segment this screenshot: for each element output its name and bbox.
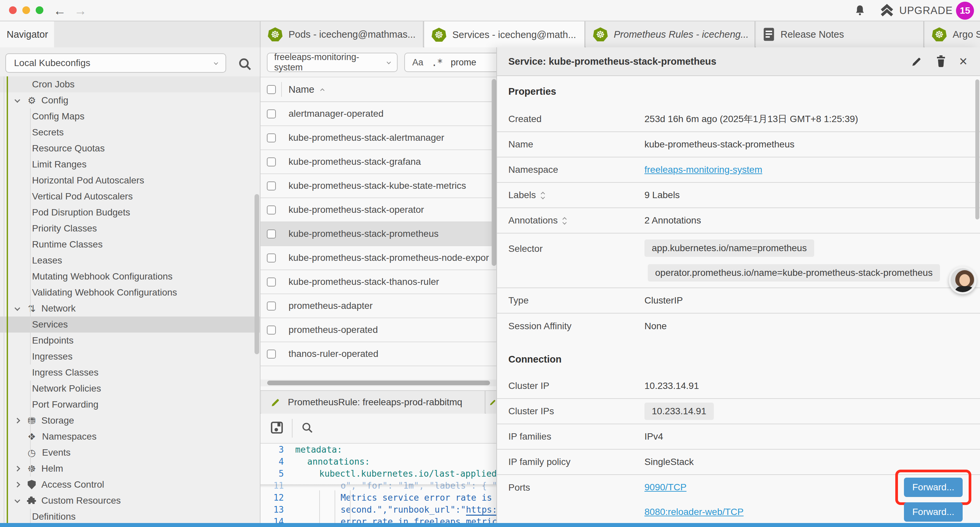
table-row[interactable]: alertmanager-operated	[261, 102, 497, 126]
editor-tab-partial[interactable]	[486, 391, 497, 414]
cluster-ip-chip[interactable]: 10.233.14.91	[644, 403, 714, 420]
select-all-checkbox[interactable]	[267, 85, 276, 94]
row-checkbox[interactable]	[267, 277, 276, 287]
sidebar-item-mutating-webhook-configurations[interactable]: Mutating Webhook Configurations	[0, 269, 261, 285]
row-checkbox[interactable]	[267, 110, 276, 118]
sidebar-item-leases[interactable]: Leases	[0, 253, 261, 269]
save-icon[interactable]	[270, 420, 284, 436]
navigator-tab[interactable]: Navigator	[0, 21, 54, 47]
delete-trash-icon[interactable]	[935, 55, 947, 68]
sidebar-item-cron-jobs[interactable]: Cron Jobs	[0, 76, 261, 92]
row-checkbox[interactable]	[267, 350, 276, 358]
detail-row-cluster-ip: Cluster IP 10.233.14.91	[497, 374, 980, 399]
sidebar-item-ingresses[interactable]: Ingresses	[0, 349, 261, 365]
navigator-panel: Local Kubeconfigs Cron Jobs ⚙ Config Con…	[0, 47, 261, 527]
minimize-window-button[interactable]	[22, 6, 30, 14]
row-checkbox[interactable]	[267, 229, 276, 239]
forward-button[interactable]: Forward...	[904, 502, 963, 522]
sidebar-item-definitions[interactable]: Definitions	[0, 509, 261, 525]
back-arrow-icon[interactable]: ←	[53, 2, 66, 19]
forward-arrow-icon[interactable]: →	[74, 2, 87, 19]
maximize-window-button[interactable]	[36, 6, 43, 14]
sidebar-item-horizontal-pod-autoscalers[interactable]: Horizontal Pod Autoscalers	[0, 172, 261, 188]
sidebar-item-services[interactable]: Services	[0, 317, 261, 333]
sidebar-item-ingress-classes[interactable]: Ingress Classes	[0, 365, 261, 381]
expand-collapse-icon[interactable]	[563, 217, 566, 224]
sidebar-item-port-forwarding[interactable]: Port Forwarding	[0, 396, 261, 412]
tab-prometheus-rules[interactable]: ☸ Prometheus Rules - icecheng...	[586, 21, 755, 47]
match-case-icon[interactable]: Aa	[412, 57, 423, 68]
sidebar-group-storage[interactable]: ⛃ Storage	[0, 412, 261, 428]
selector-chip[interactable]: app.kubernetes.io/name=prometheus	[644, 239, 814, 257]
sidebar-group-custom-resources[interactable]: Custom Resources	[0, 493, 261, 509]
search-input[interactable]: Aa .* prome	[404, 53, 497, 72]
sidebar-item-secrets[interactable]: Secrets	[0, 124, 261, 140]
navigator-scrollbar[interactable]	[255, 194, 259, 354]
table-row[interactable]: prometheus-adapter	[261, 294, 497, 318]
selector-chip[interactable]: operator.prometheus.io/name=kube-prometh…	[648, 264, 940, 282]
upgrade-button[interactable]: UPGRADE	[879, 3, 953, 18]
close-window-button[interactable]	[9, 6, 17, 14]
tab-pods[interactable]: ☸ Pods - icecheng@mathmas...	[261, 21, 424, 47]
pencil-icon	[270, 396, 281, 408]
sidebar-item-endpoints[interactable]: Endpoints	[0, 333, 261, 349]
notification-count-badge[interactable]: 15	[956, 2, 974, 20]
sidebar-item-pod-disruption-budgets[interactable]: Pod Disruption Budgets	[0, 204, 261, 220]
table-row[interactable]: kube-prometheus-stack-grafana	[261, 150, 497, 174]
row-checkbox[interactable]	[267, 134, 276, 142]
sidebar-item-priority-classes[interactable]: Priority Classes	[0, 220, 261, 236]
detail-scrollbar[interactable]	[975, 80, 979, 220]
sidebar-item-config-maps[interactable]: Config Maps	[0, 108, 261, 124]
sidebar-item-vertical-pod-autoscalers[interactable]: Vertical Pod Autoscalers	[0, 188, 261, 204]
regex-icon[interactable]: .*	[431, 57, 442, 68]
url-link[interactable]: https://net	[466, 504, 497, 516]
table-row[interactable]: kube-prometheus-stack-thanos-ruler	[261, 270, 497, 294]
row-checkbox[interactable]	[267, 158, 276, 166]
navigator-search-icon[interactable]	[237, 57, 252, 73]
table-row[interactable]: prometheus-operated	[261, 318, 497, 342]
namespace-link[interactable]: freeleaps-monitoring-system	[644, 164, 762, 175]
sidebar-item-limit-ranges[interactable]: Limit Ranges	[0, 156, 261, 172]
row-checkbox[interactable]	[267, 326, 276, 334]
row-checkbox[interactable]	[267, 205, 276, 215]
tab-services[interactable]: ☸ Services - icecheng@math... ×	[424, 21, 585, 48]
table-horizontal-scrollbar[interactable]	[261, 380, 497, 386]
table-vertical-scrollbar[interactable]	[492, 79, 496, 266]
sidebar-item-validating-webhook-configurations[interactable]: Validating Webhook Configurations	[0, 285, 261, 301]
table-row[interactable]: kube-prometheus-stack-kube-state-metrics	[261, 174, 497, 198]
table-row[interactable]: thanos-ruler-operated	[261, 342, 497, 366]
sidebar-item-resource-quotas[interactable]: Resource Quotas	[0, 140, 261, 156]
row-checkbox[interactable]	[267, 182, 276, 191]
row-checkbox[interactable]	[267, 301, 276, 310]
sidebar-item-network-policies[interactable]: Network Policies	[0, 381, 261, 396]
table-row[interactable]: kube-prometheus-stack-alertmanager	[261, 126, 497, 150]
sidebar-group-network[interactable]: ⇅ Network	[0, 301, 261, 317]
port-link-9090[interactable]: 9090/TCP	[644, 482, 686, 493]
detail-row-annotations: Annotations 2 Annotations	[497, 208, 980, 234]
column-header-name[interactable]: Name	[288, 84, 324, 95]
port-link-8080-reloader-web[interactable]: 8080:reloader-web/TCP	[644, 507, 743, 517]
tab-argo[interactable]: ☸ Argo Se	[924, 21, 980, 47]
yaml-editor[interactable]: 3metadata: 4annotations: 5kubectl.kubern…	[261, 444, 497, 527]
notifications-bell-icon[interactable]	[853, 4, 867, 19]
edit-pencil-icon[interactable]	[910, 55, 923, 68]
expand-collapse-icon[interactable]	[541, 191, 544, 199]
assistant-avatar[interactable]	[949, 266, 977, 294]
tab-release-notes[interactable]: Release Notes	[756, 21, 924, 47]
sidebar-item-namespaces[interactable]: ❖ Namespaces	[0, 428, 261, 444]
row-checkbox[interactable]	[267, 253, 276, 263]
table-row[interactable]: kube-prometheus-stack-operator	[261, 198, 497, 222]
forward-button[interactable]: Forward...	[904, 478, 963, 497]
table-row[interactable]: kube-prometheus-stack-prometheus-node-ex…	[261, 246, 497, 270]
editor-search-icon[interactable]	[301, 421, 314, 436]
table-row-selected[interactable]: kube-prometheus-stack-prometheus	[261, 222, 497, 246]
sidebar-group-access-control[interactable]: Access Control	[0, 477, 261, 493]
namespace-selector[interactable]: freeleaps-monitoring-system	[267, 53, 398, 72]
close-panel-icon[interactable]: ×	[959, 54, 967, 68]
editor-tab-prometheusrule[interactable]: PrometheusRule: freeleaps-prod-rabbitmq	[261, 391, 485, 414]
sidebar-item-runtime-classes[interactable]: Runtime Classes	[0, 236, 261, 253]
sidebar-group-config[interactable]: ⚙ Config	[0, 92, 261, 108]
kubeconfig-selector[interactable]: Local Kubeconfigs	[5, 53, 226, 73]
sidebar-item-events[interactable]: ◷ Events	[0, 444, 261, 461]
sidebar-group-helm[interactable]: ☸ Helm	[0, 461, 261, 477]
